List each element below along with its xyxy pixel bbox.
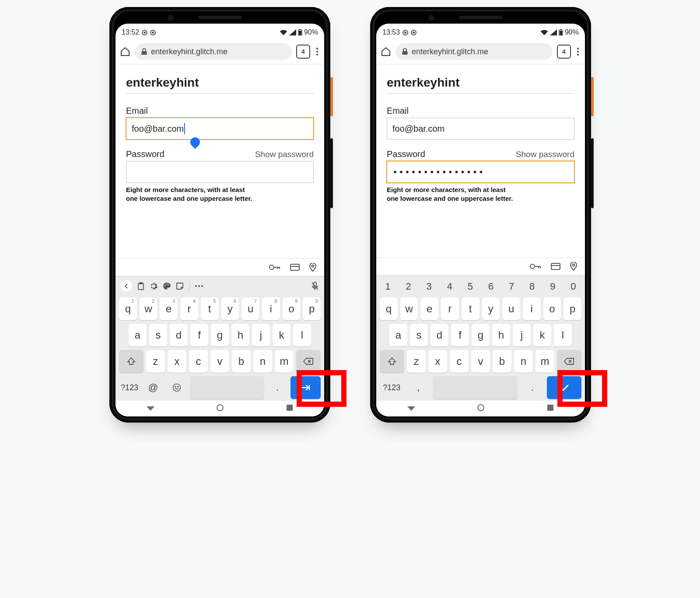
letter-key[interactable]: y6 — [221, 297, 239, 320]
letter-key[interactable]: n — [253, 350, 272, 373]
letter-key[interactable]: c — [450, 350, 469, 373]
tab-count[interactable]: 4 — [557, 45, 571, 59]
letter-key[interactable]: z — [146, 350, 165, 373]
backspace-key[interactable] — [557, 350, 581, 373]
nav-back-icon[interactable] — [147, 405, 154, 413]
url-bar[interactable]: enterkeyhint.glitch.me — [396, 43, 553, 60]
letter-key[interactable]: x — [428, 350, 447, 373]
letter-key[interactable]: o9 — [283, 297, 301, 320]
letter-key[interactable]: v — [210, 350, 229, 373]
letter-key[interactable]: t5 — [201, 297, 219, 320]
num-key[interactable]: 2 — [399, 278, 418, 295]
letter-key[interactable]: i8 — [262, 297, 280, 320]
letter-key[interactable]: v — [471, 350, 490, 373]
num-key[interactable]: 1 — [378, 278, 398, 295]
letter-key[interactable]: h — [492, 324, 510, 346]
letter-key[interactable]: m — [275, 350, 294, 373]
email-field[interactable]: foo@bar.com — [387, 118, 574, 140]
letter-key[interactable]: k — [533, 324, 551, 346]
password-field[interactable]: ••••••••••••••• — [387, 161, 574, 183]
enter-key-done[interactable] — [547, 376, 581, 399]
letter-key[interactable]: d — [430, 324, 448, 346]
backspace-key[interactable] — [296, 350, 321, 373]
letter-key[interactable]: s — [149, 324, 167, 346]
more-icon[interactable] — [195, 285, 203, 287]
nav-back-icon[interactable] — [407, 405, 415, 413]
num-key[interactable]: 9 — [543, 278, 563, 295]
letter-key[interactable]: m — [536, 350, 554, 373]
letter-key[interactable]: j — [513, 324, 531, 346]
num-key[interactable]: 0 — [564, 278, 583, 295]
letter-key[interactable]: a — [389, 324, 407, 346]
letter-key[interactable]: q — [380, 297, 398, 320]
nav-home-icon[interactable] — [216, 404, 224, 413]
key-icon[interactable] — [530, 263, 541, 269]
num-key[interactable]: 4 — [440, 278, 459, 295]
home-icon[interactable] — [120, 46, 130, 57]
letter-key[interactable]: w — [400, 297, 418, 320]
letter-key[interactable]: p — [564, 297, 581, 320]
num-key[interactable]: 8 — [522, 278, 542, 295]
letter-key[interactable]: d — [170, 324, 188, 346]
symbols-key[interactable]: ?123 — [380, 376, 404, 399]
clipboard-icon[interactable] — [137, 282, 144, 290]
letter-key[interactable]: k — [273, 324, 290, 346]
letter-key[interactable]: r4 — [180, 297, 198, 320]
card-icon[interactable] — [551, 263, 560, 270]
letter-key[interactable]: u7 — [242, 297, 259, 320]
home-icon[interactable] — [381, 46, 391, 57]
spacebar-key[interactable] — [190, 376, 264, 399]
show-password-button[interactable]: Show password — [516, 150, 574, 159]
nav-recent-icon[interactable] — [547, 404, 554, 413]
kb-back-icon[interactable] — [121, 280, 132, 292]
num-key[interactable]: 3 — [419, 278, 439, 295]
letter-key[interactable]: o — [543, 297, 561, 320]
period-key[interactable]: . — [520, 376, 544, 399]
letter-key[interactable]: q1 — [119, 297, 137, 320]
period-key[interactable]: . — [267, 376, 288, 399]
letter-key[interactable]: y — [482, 297, 500, 320]
letter-key[interactable]: r — [441, 297, 459, 320]
symbols-key[interactable]: ?123 — [119, 376, 140, 399]
spacebar-key[interactable] — [433, 376, 518, 399]
num-key[interactable]: 5 — [460, 278, 480, 295]
key-icon[interactable] — [269, 264, 280, 270]
letter-key[interactable]: p0 — [303, 297, 321, 320]
shift-key[interactable] — [380, 350, 404, 373]
emoji-key[interactable] — [166, 376, 187, 399]
letter-key[interactable]: h — [231, 324, 249, 346]
letter-key[interactable]: w2 — [140, 297, 158, 320]
letter-key[interactable]: f — [190, 324, 208, 346]
tab-count[interactable]: 4 — [296, 45, 310, 59]
letter-key[interactable]: c — [189, 350, 208, 373]
letter-key[interactable]: z — [407, 350, 426, 373]
letter-key[interactable]: j — [252, 324, 270, 346]
email-field[interactable]: foo@bar.com — [126, 118, 314, 140]
letter-key[interactable]: l — [293, 324, 311, 346]
comma-key[interactable]: , — [406, 376, 430, 399]
letter-key[interactable]: e — [420, 297, 438, 320]
mic-off-icon[interactable] — [311, 282, 319, 290]
letter-key[interactable]: f — [451, 324, 469, 346]
nav-home-icon[interactable] — [477, 404, 485, 413]
letter-key[interactable]: a — [129, 324, 147, 346]
gear-icon[interactable] — [150, 282, 158, 290]
letter-key[interactable]: u — [502, 297, 520, 320]
overflow-menu-icon[interactable] — [575, 46, 581, 57]
letter-key[interactable]: i — [523, 297, 541, 320]
shift-key[interactable] — [119, 350, 144, 373]
palette-icon[interactable] — [163, 282, 171, 290]
at-key[interactable]: @ — [143, 376, 164, 399]
location-icon[interactable] — [309, 263, 316, 272]
letter-key[interactable]: x — [168, 350, 186, 373]
num-key[interactable]: 7 — [502, 278, 522, 295]
location-icon[interactable] — [570, 262, 577, 271]
letter-key[interactable]: l — [554, 324, 572, 346]
letter-key[interactable]: g — [472, 324, 490, 346]
overflow-menu-icon[interactable] — [315, 46, 320, 57]
letter-key[interactable]: n — [514, 350, 533, 373]
letter-key[interactable]: g — [211, 324, 229, 346]
letter-key[interactable]: t — [462, 297, 480, 320]
letter-key[interactable]: s — [410, 324, 428, 346]
num-key[interactable]: 6 — [481, 278, 500, 295]
